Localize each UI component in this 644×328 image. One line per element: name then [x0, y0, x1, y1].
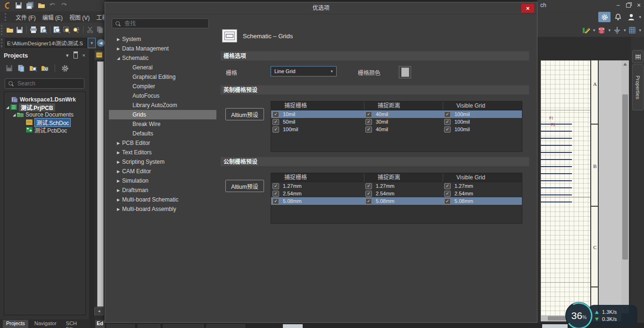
nav-graphical-editing[interactable]: Graphical Editing: [109, 72, 216, 82]
menu-project[interactable]: 工程 (: [96, 13, 105, 21]
preset-checkbox[interactable]: ✓: [444, 126, 451, 133]
caret-down-icon[interactable]: ▾: [639, 15, 641, 19]
preset-row[interactable]: ✓1.27mm ✓1.27mm ✓1.27mm: [271, 182, 522, 190]
preset-row[interactable]: ✓5.08mm ✓5.08mm ✓5.08mm: [271, 197, 522, 205]
menu-edit[interactable]: 编辑 (E): [42, 13, 63, 21]
preset-checkbox[interactable]: ✓: [365, 111, 372, 118]
tree-item-project[interactable]: ◢ 测试.PrjPCB: [4, 103, 85, 111]
caret-down-icon[interactable]: ▾: [624, 28, 626, 33]
close-icon[interactable]: ×: [83, 52, 85, 58]
nav-text-editors[interactable]: ▶Text Editors: [109, 148, 216, 157]
layers-icon[interactable]: [596, 25, 607, 35]
compile-documents-icon[interactable]: [17, 65, 25, 72]
grid-icon[interactable]: [627, 25, 638, 35]
cut-icon[interactable]: [85, 25, 95, 35]
projects-search-input[interactable]: [17, 80, 80, 87]
zoom-indicator[interactable]: 36%: [564, 301, 594, 328]
power-port-icon[interactable]: [611, 25, 623, 35]
zoom-document-icon[interactable]: [52, 25, 62, 35]
print-preview-icon[interactable]: [38, 25, 48, 35]
nav-multi-board-schematic[interactable]: ▶Multi-board Schematic: [109, 195, 216, 204]
altium-presets-button-imperial[interactable]: Altium预设: [225, 108, 264, 120]
save-icon[interactable]: [15, 25, 25, 35]
dialog-search-box[interactable]: [112, 18, 209, 28]
preset-checkbox[interactable]: ✓: [272, 198, 279, 204]
caret-down-icon[interactable]: ▾: [593, 28, 595, 33]
nav-scripting-system[interactable]: ▶Scripting System: [109, 157, 216, 167]
nav-break-wire[interactable]: Break Wire: [109, 119, 216, 129]
tab-editor-partial[interactable]: Ed: [95, 320, 105, 328]
back-icon[interactable]: ◀: [97, 39, 105, 47]
preset-row[interactable]: ✓2.54mm ✓2.54mm ✓2.54mm: [271, 190, 522, 197]
caret-down-icon[interactable]: ▾: [608, 28, 611, 33]
preset-checkbox[interactable]: ✓: [444, 198, 451, 204]
zoom-area-icon[interactable]: [62, 25, 72, 35]
canvas-off-sheet[interactable]: [599, 60, 621, 315]
nav-library-autozoom[interactable]: Library AutoZoom: [109, 101, 216, 110]
tree-item-schdoc[interactable]: 测试.SchDoc: [4, 118, 85, 126]
recent-folder-icon[interactable]: [41, 65, 49, 72]
nav-multi-board-assembly[interactable]: ▶Multi-board Assembly: [109, 204, 216, 214]
preset-row[interactable]: ✓100mil ✓40mil ✓100mil: [271, 126, 522, 133]
document-tab-partial[interactable]: [95, 50, 104, 59]
tab-sch-filter[interactable]: SCH Filter: [63, 320, 86, 328]
notifications-bell-icon[interactable]: [612, 12, 624, 22]
preset-checkbox[interactable]: ✓: [365, 191, 372, 197]
preset-checkbox[interactable]: ✓: [272, 111, 279, 118]
nav-compiler[interactable]: Compiler: [109, 82, 216, 91]
nav-schematic[interactable]: ◢Schematic: [109, 53, 216, 63]
nav-data-management[interactable]: ▶Data Management: [109, 44, 216, 53]
window-close-icon[interactable]: ×: [634, 1, 644, 9]
panels-icon[interactable]: [632, 50, 644, 63]
nav-grids[interactable]: Grids: [109, 110, 216, 119]
open-folder-icon[interactable]: [5, 25, 15, 35]
redo-icon[interactable]: [60, 2, 68, 9]
scroll-up-icon[interactable]: [623, 63, 627, 66]
document-path-input[interactable]: [5, 38, 87, 48]
copy-icon[interactable]: [95, 25, 105, 35]
menu-file[interactable]: 文件 (F): [16, 13, 36, 21]
projects-search-box[interactable]: [5, 78, 84, 89]
nav-cam-editor[interactable]: ▶CAM Editor: [109, 167, 216, 176]
nav-general[interactable]: General: [109, 63, 216, 72]
pin-icon[interactable]: [74, 51, 78, 59]
scroll-left-icon[interactable]: ◄: [94, 307, 104, 315]
menu-view[interactable]: 视图 (V): [69, 13, 90, 21]
preset-row[interactable]: ✓50mil ✓30mil ✓100mil: [271, 118, 522, 126]
search-folder-icon[interactable]: [29, 65, 37, 72]
tree-item-workspace[interactable]: Workspace1.DsnWrk: [4, 96, 85, 103]
save-icon[interactable]: [6, 65, 13, 72]
grid-color-swatch[interactable]: [399, 66, 411, 78]
tri-down-icon[interactable]: ◢: [5, 105, 10, 109]
vertical-scroll-thumb[interactable]: [622, 94, 628, 260]
preset-checkbox[interactable]: ✓: [272, 183, 279, 189]
zoom-selection-icon[interactable]: [72, 25, 82, 35]
measure-icon[interactable]: [581, 25, 592, 35]
path-dropdown-button[interactable]: ▾: [88, 38, 96, 48]
gear-icon[interactable]: [61, 65, 69, 72]
preferences-gear-icon[interactable]: [598, 12, 611, 22]
nav-simulation[interactable]: ▶Simulation: [109, 176, 216, 185]
panel-menu-icon[interactable]: ▾: [66, 52, 69, 59]
preset-checkbox[interactable]: ✓: [444, 111, 451, 118]
preset-checkbox[interactable]: ✓: [365, 119, 372, 125]
print-icon[interactable]: [29, 25, 39, 35]
minimize-icon[interactable]: –: [613, 1, 623, 9]
open-folder-icon[interactable]: [38, 2, 45, 9]
caret-down-icon[interactable]: ▾: [639, 28, 641, 33]
tree-item-pcbdoc[interactable]: 测试.PcbDoc: [4, 126, 85, 134]
tab-navigator[interactable]: Navigator: [31, 320, 60, 328]
user-icon[interactable]: [626, 12, 637, 22]
nav-draftsman[interactable]: ▶Draftsman: [109, 185, 216, 195]
nav-autofocus[interactable]: AutoFocus: [109, 91, 216, 101]
preset-checkbox[interactable]: ✓: [444, 183, 451, 189]
grid-type-select[interactable]: Line Grid ▾: [271, 66, 337, 76]
preset-checkbox[interactable]: ✓: [365, 126, 372, 133]
preset-checkbox[interactable]: ✓: [272, 119, 279, 125]
altium-presets-button-metric[interactable]: Altium预设: [225, 180, 264, 192]
panel-resize-gutter[interactable]: [90, 49, 94, 328]
nav-system[interactable]: ▶System: [109, 34, 216, 44]
preset-checkbox[interactable]: ✓: [272, 126, 279, 133]
save-all-icon[interactable]: [26, 2, 34, 9]
connector-pins[interactable]: [541, 124, 572, 205]
